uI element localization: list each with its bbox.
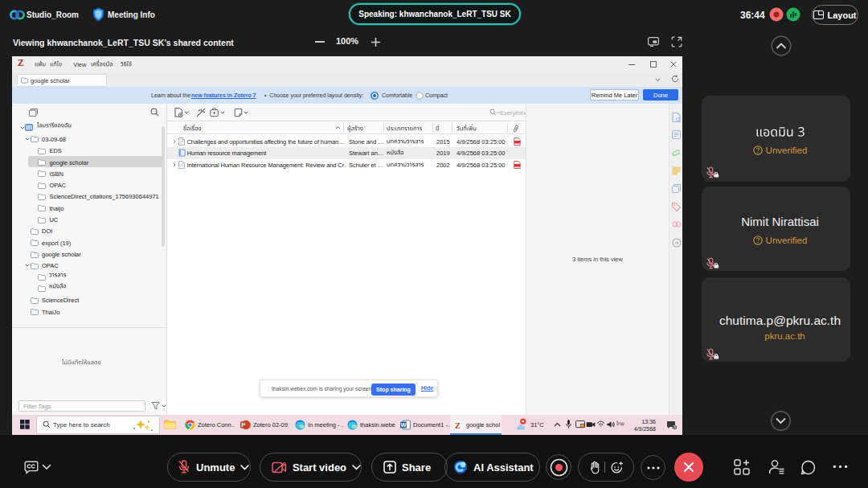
- svg-text:Z: Z: [455, 420, 461, 430]
- svg-text:3: 3: [674, 424, 676, 429]
- svg-text:P: P: [241, 421, 245, 429]
- svg-text:W: W: [400, 421, 407, 429]
